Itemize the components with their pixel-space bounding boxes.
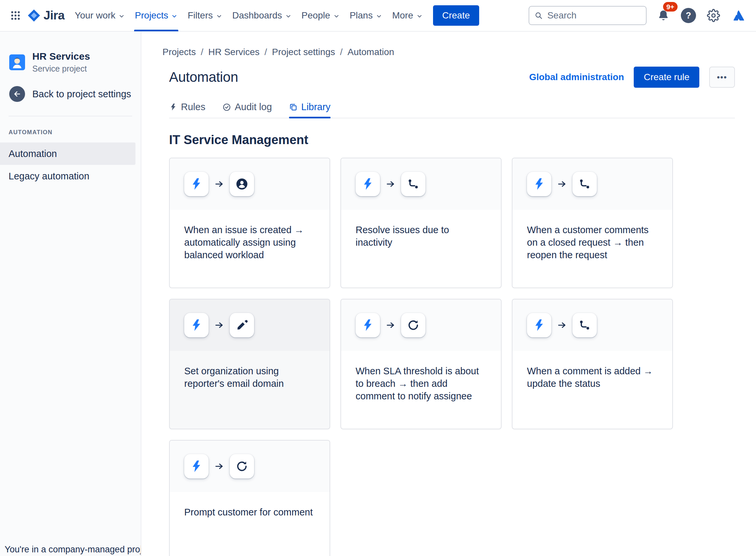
page-header: Automation Global administration Create … — [169, 67, 735, 88]
nav-item-your-work[interactable]: Your work — [70, 0, 130, 31]
arrow-right-icon — [214, 179, 224, 189]
arrow-right-icon — [214, 461, 224, 471]
template-card-text: When a comment is added → update the sta… — [513, 351, 672, 390]
chevron-down-icon — [333, 13, 340, 20]
breadcrumb-automation[interactable]: Automation — [348, 47, 394, 57]
breadcrumb-separator: / — [265, 47, 267, 57]
page-actions: Global administration Create rule ••• — [529, 67, 735, 88]
project-type-note: You're in a company-managed project — [5, 545, 141, 555]
chevron-down-icon — [376, 13, 382, 20]
project-settings-sidebar: HR Services Service project Back to proj… — [0, 32, 141, 556]
sidebar-item-automation[interactable]: Automation — [0, 142, 136, 165]
template-card-text: When SLA threshold is about to breach → … — [341, 351, 501, 402]
arrow-left-icon — [9, 86, 25, 102]
atlassian-icon — [732, 9, 745, 22]
lightning-icon — [532, 177, 546, 191]
chevron-down-icon — [216, 13, 222, 20]
create-rule-button[interactable]: Create rule — [634, 67, 699, 88]
jira-logo-text: Jira — [43, 8, 65, 23]
tab-audit-log[interactable]: Audit log — [222, 102, 272, 118]
check-circle-icon — [222, 103, 231, 111]
notifications-badge: 9+ — [663, 2, 678, 11]
lightning-icon — [169, 103, 177, 111]
nav-item-more[interactable]: More — [387, 0, 428, 31]
app-switcher-button[interactable] — [7, 7, 25, 25]
template-card-prompt-customer[interactable]: Prompt customer for comment — [169, 440, 330, 556]
atlassian-logo — [730, 7, 747, 24]
lightning-icon — [189, 177, 203, 191]
breadcrumb-hr-services[interactable]: HR Services — [208, 47, 260, 57]
automation-tabs: Rules Audit log Library — [169, 102, 735, 118]
sidebar-item-legacy-automation[interactable]: Legacy automation — [0, 165, 136, 187]
breadcrumb-separator: / — [340, 47, 343, 57]
navbar-right-cluster: 9+ — [529, 6, 747, 25]
back-label: Back to project settings — [32, 89, 131, 100]
help-button[interactable] — [680, 7, 697, 24]
nav-item-projects[interactable]: Projects — [130, 0, 183, 31]
transition-icon — [578, 319, 591, 332]
sidebar-section-label: AUTOMATION — [8, 129, 132, 136]
create-button[interactable]: Create — [433, 5, 479, 26]
transition-icon — [407, 177, 420, 190]
nav-item-people[interactable]: People — [297, 0, 345, 31]
template-card-set-organization[interactable]: Set organization using reporter's email … — [169, 299, 330, 429]
sidebar-divider — [8, 116, 132, 116]
lightning-icon — [189, 459, 203, 473]
lightning-icon — [532, 318, 546, 332]
template-card-reopen-request[interactable]: When a customer comments on a closed req… — [512, 158, 673, 288]
chevron-down-icon — [416, 13, 423, 20]
lightning-icon — [189, 318, 203, 332]
template-card-text: Resolve issues due to inactivity — [341, 210, 501, 249]
gear-icon — [707, 9, 720, 22]
template-card-resolve-inactivity[interactable]: Resolve issues due to inactivity — [340, 158, 501, 288]
nav-item-filters[interactable]: Filters — [183, 0, 227, 31]
lightning-icon — [361, 177, 375, 191]
main-content: Projects / HR Services / Project setting… — [141, 32, 756, 556]
lightning-icon — [361, 318, 375, 332]
transition-icon — [578, 177, 591, 190]
arrow-right-icon — [557, 320, 567, 330]
ellipsis-icon: ••• — [717, 73, 727, 82]
template-card-balanced-workload[interactable]: When an issue is created → automatically… — [169, 158, 330, 288]
search-icon — [534, 11, 543, 20]
project-name: HR Services — [32, 51, 90, 62]
help-icon — [681, 8, 696, 23]
arrow-right-icon — [386, 179, 395, 189]
search-input[interactable] — [547, 10, 641, 21]
nav-item-plans[interactable]: Plans — [345, 0, 387, 31]
breadcrumb-projects[interactable]: Projects — [162, 47, 196, 57]
settings-button[interactable] — [705, 7, 722, 24]
library-icon — [289, 103, 298, 111]
notifications-button[interactable]: 9+ — [655, 7, 672, 24]
project-header: HR Services Service project — [0, 51, 141, 74]
assignee-icon — [235, 177, 249, 190]
template-card-comment-added[interactable]: When a comment is added → update the sta… — [512, 299, 673, 429]
more-actions-button[interactable]: ••• — [709, 67, 735, 88]
nav-item-dashboards[interactable]: Dashboards — [227, 0, 297, 31]
global-administration-link[interactable]: Global administration — [529, 72, 624, 82]
breadcrumb-project-settings[interactable]: Project settings — [272, 47, 335, 57]
template-card-grid: When an issue is created → automatically… — [169, 158, 735, 556]
template-card-text: Set organization using reporter's email … — [170, 351, 330, 390]
chevron-down-icon — [118, 13, 125, 20]
edit-icon — [236, 319, 248, 332]
page-title: Automation — [169, 69, 238, 85]
breadcrumb: Projects / HR Services / Project setting… — [162, 47, 735, 57]
jira-logo-icon — [27, 8, 41, 23]
arrow-right-icon — [557, 179, 567, 189]
template-card-sla-threshold[interactable]: When SLA threshold is about to breach → … — [340, 299, 501, 429]
jira-logo[interactable]: Jira — [25, 8, 70, 23]
project-avatar — [9, 55, 25, 70]
template-card-text: When an issue is created → automatically… — [170, 210, 330, 261]
tab-library[interactable]: Library — [289, 102, 331, 118]
global-search[interactable] — [529, 6, 647, 25]
breadcrumb-separator: / — [201, 47, 203, 57]
template-card-text: Prompt customer for comment — [170, 492, 330, 518]
tab-rules[interactable]: Rules — [169, 102, 205, 118]
chevron-down-icon — [171, 13, 178, 20]
chevron-down-icon — [285, 13, 292, 20]
arrow-right-icon — [214, 320, 224, 330]
arrow-right-icon — [386, 320, 395, 330]
back-to-project-settings[interactable]: Back to project settings — [0, 86, 141, 102]
section-title: IT Service Management — [169, 133, 735, 147]
